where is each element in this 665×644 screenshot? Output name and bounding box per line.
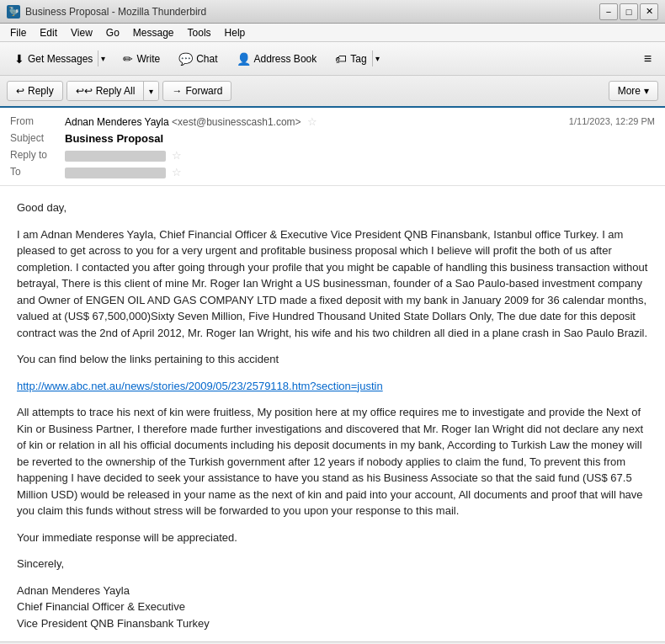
reply-all-button-group: ↩↩ Reply All ▾ xyxy=(66,81,160,101)
reply-to-label: Reply to xyxy=(10,149,65,161)
get-messages-arrow[interactable]: ▾ xyxy=(98,51,108,67)
body-link[interactable]: http://www.abc.net.au/news/stories/2009/… xyxy=(17,378,648,395)
tag-button[interactable]: 🏷 Tag ▾ xyxy=(327,46,386,71)
menu-view[interactable]: View xyxy=(64,25,99,40)
write-icon: ✏ xyxy=(123,52,133,66)
more-button[interactable]: More ▾ xyxy=(609,81,658,101)
subject-value: Business Proposal xyxy=(65,132,655,145)
reply-button[interactable]: ↩ Reply xyxy=(7,81,63,101)
minimize-button[interactable]: − xyxy=(599,3,618,20)
from-star-icon[interactable]: ☆ xyxy=(307,115,317,128)
reply-to-row: Reply to ☆ xyxy=(10,146,655,163)
hamburger-menu[interactable]: ≡ xyxy=(637,48,658,70)
to-label: To xyxy=(10,166,65,178)
title-bar: 🦤 Business Proposal - Mozilla Thunderbir… xyxy=(0,0,665,24)
app-icon: 🦤 xyxy=(7,5,20,19)
chat-icon: 💬 xyxy=(178,52,193,66)
reply-all-icon: ↩↩ xyxy=(76,85,93,97)
from-email: <xest@businesscash1.com> xyxy=(172,116,301,128)
forward-icon: → xyxy=(172,85,182,97)
body-paragraph-6: Sincerely, xyxy=(17,556,648,572)
subject-label: Subject xyxy=(10,132,65,144)
from-value: Adnan Menderes Yayla <xest@businesscash1… xyxy=(65,115,569,128)
get-messages-icon: ⬇ xyxy=(14,52,24,66)
window-controls: − □ ✕ xyxy=(599,3,658,20)
body-paragraph-5: Your immediate response will be apprecia… xyxy=(17,530,648,546)
body-paragraph-1: Good day, xyxy=(17,200,648,216)
window-title: Business Proposal - Mozilla Thunderbird xyxy=(25,6,599,18)
action-toolbar: ↩ Reply ↩↩ Reply All ▾ → Forward More ▾ xyxy=(0,76,665,108)
tag-arrow[interactable]: ▾ xyxy=(372,51,382,67)
reply-icon: ↩ xyxy=(16,85,24,97)
close-button[interactable]: ✕ xyxy=(640,3,658,20)
tag-icon: 🏷 xyxy=(335,52,347,66)
to-row: To ☆ xyxy=(10,163,655,180)
menu-file[interactable]: File xyxy=(3,25,33,40)
reply-to-value: ☆ xyxy=(65,149,655,162)
to-blurred xyxy=(65,168,166,178)
email-date: 1/11/2023, 12:29 PM xyxy=(569,116,655,126)
reply-to-blurred xyxy=(65,151,166,162)
menu-bar: File Edit View Go Message Tools Help xyxy=(0,24,665,42)
email-body: Good day, I am Adnan Menderes Yayla, Chi… xyxy=(0,186,665,641)
maximize-button[interactable]: □ xyxy=(620,3,638,20)
chat-button[interactable]: 💬 Chat xyxy=(171,48,225,70)
to-value: ☆ xyxy=(65,166,655,178)
forward-button[interactable]: → Forward xyxy=(162,81,231,101)
menu-help[interactable]: Help xyxy=(218,25,253,40)
accident-link[interactable]: http://www.abc.net.au/news/stories/2009/… xyxy=(17,380,383,392)
menu-message[interactable]: Message xyxy=(126,25,181,40)
menu-go[interactable]: Go xyxy=(99,25,126,40)
email-header: From Adnan Menderes Yayla <xest@business… xyxy=(0,108,665,186)
reply-to-star-icon[interactable]: ☆ xyxy=(172,149,182,162)
address-book-button[interactable]: 👤 Address Book xyxy=(229,48,325,70)
to-star-icon[interactable]: ☆ xyxy=(172,166,182,178)
menu-edit[interactable]: Edit xyxy=(33,25,64,40)
from-label: From xyxy=(10,115,65,127)
body-paragraph-4: All attempts to trace his next of kin we… xyxy=(17,404,648,519)
from-row: From Adnan Menderes Yayla <xest@business… xyxy=(10,113,655,130)
menu-tools[interactable]: Tools xyxy=(181,25,218,40)
get-messages-button[interactable]: ⬇ Get Messages ▾ xyxy=(7,46,112,71)
from-name: Adnan Menderes Yayla xyxy=(65,116,169,128)
body-paragraph-7: Adnan Menderes Yayla Chief Financial Off… xyxy=(17,583,648,632)
body-paragraph-3: You can find below the links pertaining … xyxy=(17,351,648,368)
write-button[interactable]: ✏ Write xyxy=(115,48,168,70)
address-book-icon: 👤 xyxy=(237,52,251,66)
more-arrow-icon: ▾ xyxy=(644,85,649,97)
body-paragraph-2: I am Adnan Menderes Yayla, Chief Financi… xyxy=(17,226,648,342)
main-toolbar: ⬇ Get Messages ▾ ✏ Write 💬 Chat 👤 Addres… xyxy=(0,42,665,76)
reply-all-button[interactable]: ↩↩ Reply All xyxy=(67,82,144,100)
subject-row: Subject Business Proposal xyxy=(10,130,655,146)
reply-all-arrow[interactable]: ▾ xyxy=(143,82,158,100)
